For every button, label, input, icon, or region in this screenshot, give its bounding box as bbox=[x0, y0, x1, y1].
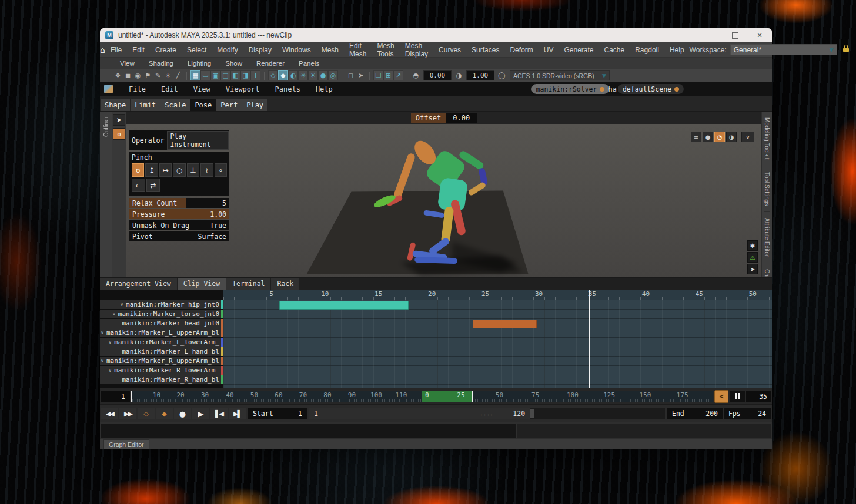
playback-range-highlight[interactable] bbox=[422, 391, 473, 402]
back-tool[interactable]: ← bbox=[132, 179, 145, 192]
viewport-menu-view[interactable]: View bbox=[113, 58, 142, 69]
range-slider-handle[interactable] bbox=[530, 409, 534, 418]
clip-head[interactable] bbox=[473, 320, 537, 328]
tab-attribute-editor[interactable]: Attribute Editor bbox=[764, 212, 770, 263]
shade-white-icon[interactable]: ● bbox=[703, 132, 713, 142]
playback-end-box[interactable]: End 200 bbox=[667, 408, 723, 419]
gamma-field[interactable]: 1.00 bbox=[466, 70, 494, 80]
operator-field[interactable]: Play Instrument bbox=[167, 131, 229, 150]
panel-menu-view[interactable]: View bbox=[186, 82, 218, 96]
timeline-rows[interactable] bbox=[223, 300, 772, 388]
chevron-down-icon[interactable]: ∨ bbox=[108, 368, 112, 373]
gate-mask-icon[interactable]: □ bbox=[220, 70, 230, 80]
film-gate-icon[interactable]: ▭ bbox=[200, 70, 210, 80]
menu-mesh-display[interactable]: Mesh Display bbox=[400, 42, 433, 57]
shade-lines-icon[interactable]: ≡ bbox=[691, 132, 701, 142]
tab-modeling-toolkit[interactable]: Modeling Toolkit bbox=[764, 112, 770, 166]
pause-button[interactable] bbox=[730, 391, 745, 402]
chevron-down-icon[interactable]: ∨ bbox=[112, 311, 116, 317]
menu-ragdoll[interactable]: Ragdoll bbox=[630, 42, 664, 57]
viewport-menu-show[interactable]: Show bbox=[218, 58, 249, 69]
exposure-icon[interactable]: ◓ bbox=[411, 70, 421, 80]
tab-scale[interactable]: Scale bbox=[160, 99, 190, 111]
pan-hand-icon[interactable]: ✱ bbox=[747, 240, 758, 251]
camera-icon[interactable]: ◼ bbox=[123, 70, 133, 80]
viewport-3d[interactable]: Operator Play Instrument Pinch o↥↦○⊥≀∘ ←… bbox=[126, 124, 761, 277]
panel-menu-help[interactable]: Help bbox=[308, 82, 340, 96]
pivot-icon[interactable]: ∗ bbox=[163, 70, 173, 80]
chevron-down-icon[interactable]: ∨ bbox=[108, 340, 112, 345]
use-all-lights-icon[interactable]: ✳ bbox=[298, 70, 308, 80]
track-grid[interactable]: 5101520253035404550 bbox=[223, 290, 772, 388]
fps-box[interactable]: Fps 24 bbox=[724, 408, 771, 419]
panel-menu-edit[interactable]: Edit bbox=[153, 82, 186, 96]
runner-icon[interactable]: ➤ bbox=[747, 264, 758, 274]
grab-tool[interactable]: ↥ bbox=[145, 163, 158, 177]
viewport-menu-renderer[interactable]: Renderer bbox=[249, 58, 292, 69]
menu-windows[interactable]: Windows bbox=[277, 42, 316, 57]
offset-value-field[interactable]: 0.00 bbox=[446, 113, 477, 123]
prev-clip-button[interactable]: < bbox=[714, 390, 728, 403]
menu-uv[interactable]: UV bbox=[539, 42, 559, 57]
display-more-button[interactable]: ∨ bbox=[741, 132, 754, 142]
play-button[interactable]: ▶ bbox=[192, 408, 209, 419]
chevron-down-icon[interactable]: ∨ bbox=[120, 302, 123, 307]
tab-perf[interactable]: Perf bbox=[216, 99, 242, 111]
tab-arrangement-view[interactable]: Arrangement View bbox=[100, 278, 177, 290]
shaded-icon[interactable]: ◆ bbox=[278, 70, 288, 80]
grid-icon[interactable]: ▦ bbox=[190, 70, 200, 80]
command-input[interactable] bbox=[101, 424, 516, 438]
chevron-down-icon[interactable]: ∨ bbox=[101, 358, 104, 364]
bend-tool[interactable]: ≀ bbox=[200, 163, 213, 177]
motion-blur-icon[interactable]: ◎ bbox=[328, 70, 338, 80]
menu-file[interactable]: File bbox=[105, 42, 127, 57]
track-row-manikin-rmarker-head-jnt0[interactable]: manikin:rMarker_head_jnt0 bbox=[100, 319, 223, 328]
exposure-field[interactable]: 0.00 bbox=[423, 70, 452, 80]
wireframe-icon[interactable]: ◇ bbox=[268, 70, 278, 80]
textured-icon[interactable]: ◐ bbox=[288, 70, 298, 80]
menu-surfaces[interactable]: Surfaces bbox=[466, 42, 504, 57]
menu-display[interactable]: Display bbox=[243, 42, 277, 57]
playback-start-box[interactable]: Start 1 bbox=[248, 408, 307, 419]
menu-create[interactable]: Create bbox=[150, 42, 182, 57]
snap-move-icon[interactable]: ❖ bbox=[113, 70, 123, 80]
colorspace-select[interactable]: ACES 1.0 SDR-video (sRGB) ▼ bbox=[510, 70, 610, 80]
time-slider-start-field[interactable]: 1 bbox=[101, 391, 130, 402]
sculpt-mode-button[interactable]: o bbox=[113, 128, 125, 140]
dot-tool[interactable]: ∘ bbox=[215, 163, 227, 177]
mirror-tool[interactable]: ⇄ bbox=[146, 179, 160, 192]
param-relax-count[interactable]: Relax Count5 bbox=[129, 198, 229, 208]
tab-shape[interactable]: Shape bbox=[101, 99, 130, 111]
warning-icon[interactable]: ⚠ bbox=[747, 252, 758, 263]
workspace-select[interactable]: General* ▼ bbox=[730, 44, 837, 55]
menu-cache[interactable]: Cache bbox=[599, 42, 630, 57]
select-tool-button[interactable]: ➤ bbox=[113, 114, 125, 126]
isolate-select-icon[interactable]: ◻ bbox=[346, 70, 356, 80]
param-pressure[interactable]: Pressure1.00 bbox=[129, 209, 229, 219]
gamut-toggle-icon[interactable]: ◯ bbox=[497, 70, 507, 80]
tab-limit[interactable]: Limit bbox=[131, 99, 160, 111]
chevron-down-icon[interactable]: ∨ bbox=[101, 330, 104, 335]
tab-tool-settings[interactable]: Tool Settings bbox=[764, 166, 770, 212]
param-pivot[interactable]: PivotSurface bbox=[129, 231, 229, 241]
render-cam-icon[interactable]: ◉ bbox=[133, 70, 143, 80]
record-button[interactable]: ● bbox=[174, 408, 191, 419]
clip-hip[interactable] bbox=[279, 301, 409, 310]
select-cursor-icon[interactable]: ➤ bbox=[356, 70, 366, 80]
copy-pane-icon[interactable]: ⊞ bbox=[383, 70, 393, 80]
track-row-manikin-rmarker-r-hand-bl[interactable]: manikin:rMarker_R_hand_bl bbox=[100, 375, 223, 384]
menu-help[interactable]: Help bbox=[664, 42, 690, 57]
menu-mesh-tools[interactable]: Mesh Tools bbox=[372, 42, 399, 57]
pinch-tool[interactable]: o bbox=[132, 163, 144, 177]
panel-menu-file[interactable]: File bbox=[121, 82, 153, 96]
track-row-manikin-rmarker-l-hand-bl[interactable]: manikin:rMarker_L_hand_bl bbox=[100, 347, 223, 356]
fast-forward-button[interactable]: ▶▶ bbox=[119, 408, 136, 419]
rewind-button[interactable]: ◀◀ bbox=[101, 408, 118, 419]
safe-title-icon[interactable]: T bbox=[250, 70, 260, 80]
tab-outliner[interactable]: Outliner bbox=[103, 112, 109, 142]
menu-edit[interactable]: Edit bbox=[127, 42, 150, 57]
duplicate-pane-icon[interactable]: ❏ bbox=[373, 70, 383, 80]
tab-rack[interactable]: Rack bbox=[271, 278, 299, 290]
range-slider-bar[interactable]: 1 120 bbox=[309, 408, 530, 419]
field-chart-icon[interactable]: ◧ bbox=[230, 70, 240, 80]
